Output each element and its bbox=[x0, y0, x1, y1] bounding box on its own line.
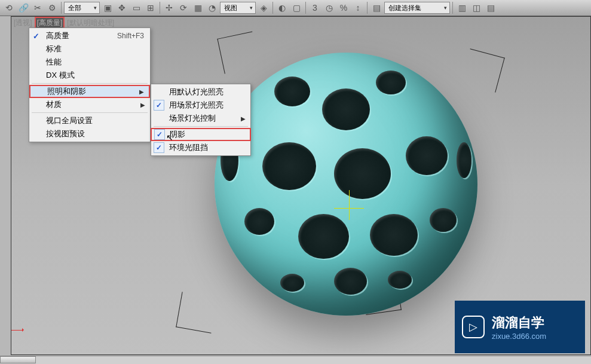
lighting-shadows-submenu: 用默认灯光照亮 ✓ 用场景灯光照亮 场景灯光控制 ▶ ✓ 阴影 ✓ 环境光阻挡 bbox=[151, 84, 251, 156]
sphere-hole bbox=[430, 208, 457, 232]
watermark-url: zixue.3d66.com bbox=[492, 332, 546, 341]
menu-item-label: DX 模式 bbox=[46, 70, 75, 81]
rotate-tool-icon[interactable]: ⟳ bbox=[177, 1, 190, 14]
move-icon[interactable]: ✥ bbox=[115, 1, 128, 14]
timeline-slider[interactable] bbox=[0, 356, 36, 363]
menu-separator bbox=[154, 126, 248, 127]
coordinate-system-dropdown[interactable]: 视图 bbox=[220, 2, 256, 14]
menu-item-label: 材质 bbox=[46, 99, 62, 110]
menu-item-lighting-shadows[interactable]: 照明和阴影 ▶ bbox=[29, 85, 150, 98]
spinner-snap-icon[interactable]: ↕ bbox=[351, 1, 365, 14]
select-manipulate-icon[interactable]: ◐ bbox=[275, 1, 289, 14]
selection-filter-dropdown[interactable]: 全部 bbox=[64, 2, 100, 14]
angle-snap-icon[interactable]: ◷ bbox=[323, 1, 336, 14]
menu-item-global-settings[interactable]: 视口全局设置 bbox=[29, 114, 150, 127]
region-select-icon[interactable]: ▭ bbox=[130, 1, 143, 14]
main-toolbar: ⟲ 🔗 ✂ ⚙ 全部 ▣ ✥ ▭ ⊞ ✢ ⟳ ▦ ◔ 视图 ◈ ◐ ▢ 3 ◷ … bbox=[0, 0, 591, 16]
menu-item-label: 按视图预设 bbox=[46, 129, 85, 139]
menu-item-label: 性能 bbox=[46, 57, 62, 68]
placement-tool-icon[interactable]: ◔ bbox=[206, 1, 219, 14]
sphere-hole bbox=[334, 268, 367, 295]
viewport-axis-tripod bbox=[11, 313, 29, 331]
menu-item-label: 用场景灯光照亮 bbox=[169, 100, 223, 111]
menu-item-shadows[interactable]: ✓ 阴影 bbox=[151, 128, 251, 141]
sphere-hole bbox=[370, 214, 418, 256]
keyboard-shortcut-icon[interactable]: ▢ bbox=[290, 1, 303, 14]
chain-icon[interactable]: 🔗 bbox=[17, 1, 30, 14]
menu-separator bbox=[32, 112, 148, 113]
select-icon[interactable]: ▣ bbox=[101, 1, 114, 14]
separator bbox=[160, 2, 160, 14]
menu-item-label: 标准 bbox=[46, 44, 62, 54]
menu-item-dx-mode[interactable]: DX 模式 bbox=[29, 69, 150, 82]
sphere-hole bbox=[274, 77, 310, 106]
safe-frame-corner bbox=[217, 31, 259, 74]
separator bbox=[61, 2, 62, 14]
layers-icon[interactable]: ▤ bbox=[484, 1, 497, 14]
menu-item-default-lights[interactable]: 用默认灯光照亮 bbox=[151, 85, 250, 99]
menu-item-scene-light-control[interactable]: 场景灯光控制 ▶ bbox=[151, 112, 250, 125]
sphere-hole bbox=[457, 142, 471, 178]
watermark-title: 溜溜自学 bbox=[492, 314, 546, 332]
bind-icon[interactable]: ⚙ bbox=[45, 1, 59, 14]
separator bbox=[452, 2, 453, 14]
menu-item-label: 照明和阴影 bbox=[47, 86, 86, 97]
sphere-hole bbox=[262, 142, 316, 190]
separator bbox=[305, 2, 306, 14]
named-selection-icon[interactable]: ▤ bbox=[370, 1, 383, 14]
submenu-arrow-icon: ▶ bbox=[241, 115, 246, 122]
mirror-icon[interactable]: ▥ bbox=[455, 1, 468, 14]
named-selection-dropdown[interactable]: 创建选择集 bbox=[384, 2, 450, 14]
x-axis-icon bbox=[11, 330, 23, 331]
menu-item-performance[interactable]: 性能 bbox=[29, 56, 150, 69]
align-icon[interactable]: ◫ bbox=[470, 1, 483, 14]
check-icon: ✓ bbox=[33, 32, 39, 41]
menu-item-label: 场景灯光控制 bbox=[169, 113, 216, 124]
viewport-type-label[interactable]: [透视] bbox=[14, 18, 32, 28]
watermark-text: 溜溜自学 zixue.3d66.com bbox=[492, 314, 546, 341]
window-crossing-icon[interactable]: ⊞ bbox=[144, 1, 157, 14]
move-tool-icon[interactable]: ✢ bbox=[163, 1, 176, 14]
sphere-hole bbox=[376, 71, 406, 94]
play-icon: ▷ bbox=[462, 316, 485, 338]
sphere-hole bbox=[280, 274, 304, 292]
menu-item-ambient-occlusion[interactable]: ✓ 环境光阻挡 bbox=[151, 141, 250, 154]
menu-item-label: 环境光阻挡 bbox=[169, 142, 208, 153]
snap-3d-icon[interactable]: 3 bbox=[308, 1, 321, 14]
watermark-badge: ▷ 溜溜自学 zixue.3d66.com bbox=[455, 301, 585, 353]
scale-tool-icon[interactable]: ▦ bbox=[191, 1, 204, 14]
menu-item-label: 视口全局设置 bbox=[46, 115, 93, 126]
viewport-quality-menu: ✓ 高质量 Shift+F3 标准 性能 DX 模式 照明和阴影 ▶ 材质 ▶ … bbox=[29, 27, 151, 142]
separator bbox=[367, 2, 368, 14]
menu-shortcut: Shift+F3 bbox=[117, 32, 144, 40]
menu-item-per-view-preset[interactable]: 按视图预设 bbox=[29, 127, 150, 140]
menu-item-high-quality[interactable]: ✓ 高质量 Shift+F3 bbox=[29, 29, 150, 42]
menu-item-label: 用默认灯光照亮 bbox=[169, 87, 223, 97]
transform-gizmo[interactable] bbox=[334, 190, 370, 226]
link-icon[interactable]: ⟲ bbox=[2, 1, 16, 14]
submenu-arrow-icon: ▶ bbox=[139, 88, 144, 95]
percent-snap-icon[interactable]: % bbox=[337, 1, 350, 14]
check-icon: ✓ bbox=[154, 100, 164, 111]
safe-frame-corner bbox=[176, 292, 218, 334]
menu-item-label: 阴影 bbox=[170, 129, 185, 140]
sphere-hole bbox=[388, 271, 412, 289]
menu-item-standard[interactable]: 标准 bbox=[29, 42, 150, 56]
menu-item-label: 高质量 bbox=[46, 30, 69, 41]
3d-sphere-object[interactable] bbox=[215, 53, 477, 316]
menu-item-materials[interactable]: 材质 ▶ bbox=[29, 98, 150, 111]
check-icon: ✓ bbox=[154, 142, 164, 153]
submenu-arrow-icon: ▶ bbox=[140, 102, 145, 108]
sphere-hole bbox=[322, 88, 370, 130]
timeline-bar[interactable] bbox=[0, 356, 591, 364]
separator bbox=[272, 2, 273, 14]
sphere-hole bbox=[406, 136, 448, 175]
check-icon: ✓ bbox=[154, 129, 165, 140]
menu-item-scene-lights[interactable]: ✓ 用场景灯光照亮 bbox=[151, 99, 250, 112]
viewport-shading-label[interactable]: [默认明暗处理] bbox=[67, 18, 114, 28]
unlink-icon[interactable]: ✂ bbox=[31, 1, 44, 14]
menu-separator bbox=[32, 83, 148, 84]
sphere-hole bbox=[244, 208, 274, 235]
pivot-icon[interactable]: ◈ bbox=[257, 1, 270, 14]
viewport-label-bar: [透视] [高质量] [默认明暗处理] bbox=[11, 17, 590, 29]
